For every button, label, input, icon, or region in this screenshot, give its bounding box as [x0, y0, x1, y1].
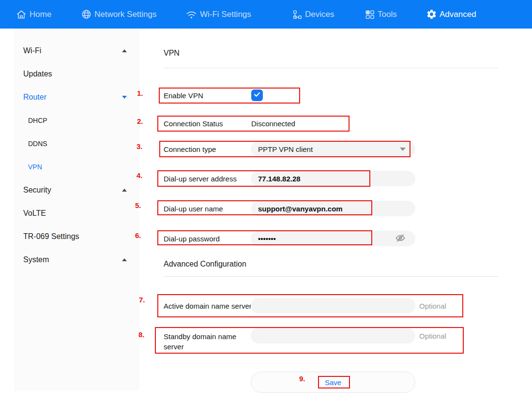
- connection-status-label: Connection Status: [164, 119, 223, 128]
- sidebar-item-updates[interactable]: Updates: [14, 62, 139, 86]
- standby-dns-optional-hint: Optional: [419, 332, 446, 340]
- sidebar-item-label: Router: [23, 93, 46, 102]
- chevron-down-icon: [400, 148, 406, 151]
- nav-item-home[interactable]: Home: [15, 0, 51, 29]
- chevron-up-icon: [122, 49, 127, 52]
- divider: [164, 68, 499, 68]
- password-label: Dial-up password: [164, 235, 220, 243]
- sidebar-item-wifi[interactable]: Wi-Fi: [14, 39, 139, 62]
- chevron-up-icon: [122, 258, 127, 261]
- password-pill: [251, 231, 415, 246]
- nav-item-advanced[interactable]: Advanced: [426, 0, 476, 29]
- user-name-input[interactable]: [258, 205, 408, 213]
- nav-item-label: Wi-Fi Settings: [200, 10, 251, 19]
- sidebar-item-label: DHCP: [28, 117, 47, 124]
- active-dns-input[interactable]: [258, 302, 408, 310]
- sidebar-item-label: DDNS: [28, 140, 47, 148]
- sidebar-item-label: VoLTE: [23, 209, 46, 218]
- sidebar-item-label: Security: [23, 186, 51, 194]
- nav-item-tools[interactable]: Tools: [365, 0, 397, 29]
- sidebar-item-ddns[interactable]: DDNS: [14, 132, 139, 155]
- nav-item-label: Network Settings: [94, 10, 157, 19]
- active-dns-pill: [251, 298, 415, 313]
- checkmark-icon: [253, 90, 261, 101]
- connection-type-select[interactable]: PPTP VPN client: [251, 141, 415, 157]
- sidebar-item-dhcp[interactable]: DHCP: [14, 109, 139, 132]
- top-navigation-bar: Home Network Settings Wi-Fi Settings: [0, 0, 532, 29]
- standby-dns-pill: [251, 328, 415, 343]
- sidebar-item-tr069[interactable]: TR-069 Settings: [14, 225, 139, 248]
- nav-item-wifi-settings[interactable]: Wi-Fi Settings: [185, 0, 251, 29]
- sidebar-item-label: System: [23, 255, 49, 264]
- save-button[interactable]: Save: [251, 372, 415, 393]
- nav-item-label: Devices: [305, 10, 334, 19]
- sidebar-item-volte[interactable]: VoLTE: [14, 202, 139, 225]
- sidebar-item-router[interactable]: Router: [14, 86, 139, 109]
- standby-dns-input[interactable]: [258, 332, 408, 340]
- devices-icon: [292, 9, 303, 20]
- sidebar-item-system[interactable]: System: [14, 248, 139, 271]
- enable-vpn-checkbox[interactable]: [251, 90, 263, 101]
- chevron-down-icon: [122, 96, 127, 99]
- globe-icon: [81, 9, 92, 20]
- sidebar-item-label: Wi-Fi: [23, 46, 41, 55]
- eye-off-icon: [395, 232, 406, 245]
- server-address-pill: [251, 171, 415, 186]
- sidebar-item-security[interactable]: Security: [14, 179, 139, 202]
- divider: [164, 276, 499, 277]
- annotation-number-7: 7.: [139, 296, 145, 304]
- nav-item-label: Home: [30, 10, 51, 19]
- standby-dns-label: Standby domain name server: [164, 331, 248, 352]
- connection-status-value: Disconnected: [251, 119, 295, 128]
- sidebar-item-vpn[interactable]: VPN: [14, 155, 139, 179]
- section-title-advanced-configuration: Advanced Configuration: [164, 260, 246, 269]
- nav-item-devices[interactable]: Devices: [292, 0, 334, 29]
- gear-icon: [426, 9, 437, 20]
- user-name-pill: [251, 201, 415, 216]
- toggle-password-visibility-button[interactable]: [393, 232, 408, 245]
- page-title: VPN: [164, 49, 180, 58]
- sidebar-item-label: TR-069 Settings: [23, 232, 79, 241]
- connection-type-value: PPTP VPN client: [258, 145, 313, 153]
- server-address-label: Dial-up server address: [164, 175, 237, 183]
- sidebar-item-label: VPN: [28, 163, 42, 171]
- user-name-label: Dial-up user name: [164, 205, 223, 213]
- password-input[interactable]: [258, 235, 408, 243]
- nav-item-label: Advanced: [440, 10, 476, 19]
- connection-type-label: Connection type: [164, 145, 216, 153]
- nav-item-label: Tools: [378, 10, 397, 19]
- active-dns-label: Active domain name server: [164, 302, 252, 310]
- sidebar: Wi-Fi Updates Router DHCP DDNS VPN Secur…: [14, 29, 139, 391]
- tools-icon: [365, 9, 375, 20]
- nav-item-network-settings[interactable]: Network Settings: [81, 0, 157, 29]
- home-icon: [15, 9, 27, 20]
- active-dns-optional-hint: Optional: [419, 302, 446, 310]
- enable-vpn-label: Enable VPN: [164, 91, 203, 100]
- wifi-icon: [185, 9, 198, 20]
- chevron-up-icon: [122, 189, 127, 192]
- sidebar-item-label: Updates: [23, 70, 52, 78]
- server-address-input[interactable]: [258, 175, 408, 183]
